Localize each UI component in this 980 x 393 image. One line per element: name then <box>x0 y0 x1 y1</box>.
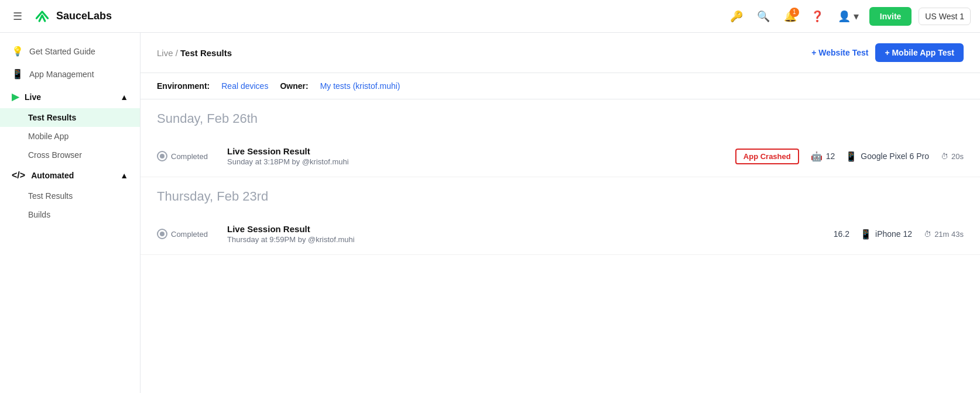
brand-logo: SauceLabs <box>33 7 112 26</box>
sidebar-section-automated[interactable]: </> Automated ▲ <box>0 164 140 187</box>
os-version-1: 16.2 <box>834 229 849 239</box>
page-header-actions: + Website Test + Mobile App Test <box>811 43 964 62</box>
filter-bar: Environment: Real devices Owner: My test… <box>141 73 980 99</box>
environment-label: Environment: <box>157 81 210 91</box>
brand-name: SauceLabs <box>56 10 112 22</box>
status-text-1: Completed <box>171 230 208 239</box>
os-version-item-0: 🤖 12 <box>811 151 835 162</box>
sidebar-item-live-cross-browser[interactable]: Cross Browser <box>0 146 140 164</box>
breadcrumb: Live / Test Results <box>157 48 232 58</box>
clock-icon-1: ⏱ <box>924 230 931 239</box>
result-sub-0: Sunday at 3:18PM by @kristof.muhi <box>227 157 724 166</box>
result-sub-1: Thursday at 9:59PM by @kristof.muhi <box>227 235 517 244</box>
os-version-item-1: 16.2 <box>830 229 849 239</box>
search-button[interactable]: 🔍 <box>753 6 773 26</box>
page-header: Live / Test Results + Website Test + Mob… <box>141 33 980 73</box>
environment-value-link[interactable]: Real devices <box>221 81 268 91</box>
sidebar-item-automated-test-results[interactable]: Test Results <box>0 187 140 205</box>
sidebar-item-app-management[interactable]: 📱 App Management <box>0 63 140 85</box>
cursor-icon: ▶ <box>12 91 19 102</box>
device-icon-0: 📱 <box>845 151 857 162</box>
notification-badge: 1 <box>790 8 799 17</box>
date-heading-feb26: Sunday, Feb 26th <box>157 111 964 136</box>
duration-0: ⏱ 20s <box>941 152 964 161</box>
sidebar-item-live-test-results[interactable]: Test Results <box>0 108 140 127</box>
device-item-1: 📱 iPhone 12 <box>860 229 912 240</box>
status-completed-0: Completed <box>157 151 215 161</box>
layout: 💡 Get Started Guide 📱 App Management ▶ L… <box>0 33 980 393</box>
sidebar-item-label: Get Started Guide <box>29 47 95 56</box>
sidebar-item-automated-builds[interactable]: Builds <box>0 205 140 224</box>
date-heading-feb23: Thursday, Feb 23rd <box>157 189 964 213</box>
sidebar-item-label: App Management <box>29 70 94 79</box>
sidebar-item-live-mobile-app[interactable]: Mobile App <box>0 127 140 146</box>
result-info-1: Live Session Result Thursday at 9:59PM b… <box>227 224 517 244</box>
chevron-up-icon-2: ▲ <box>120 171 128 180</box>
chevron-up-icon: ▲ <box>120 92 128 102</box>
duration-text-0: 20s <box>951 152 964 161</box>
duration-1: ⏱ 21m 43s <box>924 230 964 239</box>
breadcrumb-separator: / <box>176 48 180 58</box>
sidebar-section-automated-label: Automated <box>31 171 74 180</box>
breadcrumb-current: Test Results <box>180 48 232 58</box>
region-selector[interactable]: US West 1 <box>919 8 971 25</box>
status-text-0: Completed <box>171 152 208 161</box>
mobile-app-test-button[interactable]: + Mobile App Test <box>875 43 964 62</box>
result-title-0: Live Session Result <box>227 146 724 156</box>
result-info-0: Live Session Result Sunday at 3:18PM by … <box>227 146 724 166</box>
api-key-button[interactable]: 🔑 <box>727 6 746 26</box>
help-button[interactable]: ❓ <box>807 6 827 26</box>
device-name-1: iPhone 12 <box>875 229 912 239</box>
owner-value-link[interactable]: My tests (kristof.muhi) <box>320 81 400 91</box>
os-version-0: 12 <box>826 151 835 161</box>
result-meta-0: 🤖 12 📱 Google Pixel 6 Pro <box>811 151 929 162</box>
notifications-button[interactable]: 🔔 1 <box>780 6 800 26</box>
status-circle-inner-1 <box>160 232 165 236</box>
result-row-1[interactable]: Completed Live Session Result Thursday a… <box>141 213 980 255</box>
status-completed-1: Completed <box>157 229 215 239</box>
topnav: ☰ SauceLabs 🔑 🔍 🔔 1 ❓ 👤 ▾ Invite US West… <box>0 0 980 33</box>
android-icon: 🤖 <box>811 151 823 162</box>
status-circle-icon-1 <box>157 229 167 239</box>
date-group-feb23: Thursday, Feb 23rd <box>141 177 980 213</box>
lightbulb-icon: 💡 <box>12 46 23 57</box>
status-circle-inner <box>160 154 165 158</box>
device-name-0: Google Pixel 6 Pro <box>861 151 929 161</box>
owner-label: Owner: <box>280 81 308 91</box>
sidebar: 💡 Get Started Guide 📱 App Management ▶ L… <box>0 33 141 393</box>
hamburger-button[interactable]: ☰ <box>9 6 26 26</box>
breadcrumb-parent: Live <box>157 48 173 58</box>
main-content: Live / Test Results + Website Test + Mob… <box>141 33 980 393</box>
result-row-0[interactable]: Completed Live Session Result Sunday at … <box>141 136 980 177</box>
sauce-logo-icon <box>33 7 52 26</box>
device-icon-1: 📱 <box>860 229 872 240</box>
sidebar-section-live-label: Live <box>25 92 41 102</box>
app-crashed-badge: App Crashed <box>735 149 799 164</box>
sidebar-item-get-started[interactable]: 💡 Get Started Guide <box>0 40 140 63</box>
sidebar-section-live[interactable]: ▶ Live ▲ <box>0 85 140 108</box>
result-title-1: Live Session Result <box>227 224 517 234</box>
clock-icon-0: ⏱ <box>941 152 948 161</box>
invite-button[interactable]: Invite <box>869 7 912 26</box>
result-meta-1: 16.2 📱 iPhone 12 <box>830 229 912 240</box>
website-test-button[interactable]: + Website Test <box>811 43 868 62</box>
user-menu-button[interactable]: 👤 ▾ <box>834 6 862 26</box>
duration-text-1: 21m 43s <box>934 230 964 239</box>
status-circle-icon <box>157 151 167 161</box>
device-item-0: 📱 Google Pixel 6 Pro <box>845 151 929 162</box>
date-group-feb26: Sunday, Feb 26th <box>141 99 980 136</box>
code-icon: </> <box>12 170 25 181</box>
tablet-icon: 📱 <box>12 68 23 80</box>
